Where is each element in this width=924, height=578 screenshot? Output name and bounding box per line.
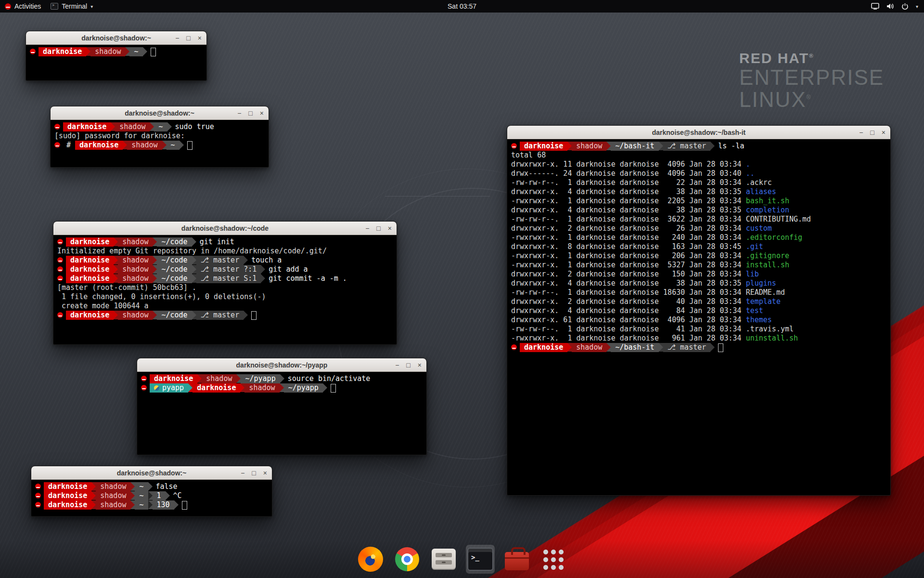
prompt-segment-code: 130 xyxy=(153,500,174,510)
power-icon xyxy=(901,3,909,10)
prompt-segment-host: shadow xyxy=(572,343,606,352)
dock xyxy=(0,540,924,578)
powerline-separator-icon xyxy=(192,256,196,264)
window-titlebar[interactable]: darknoise@shadow:~/pyapp − □ × xyxy=(137,358,426,372)
prompt-segment-host: shadow xyxy=(118,237,153,247)
close-button[interactable]: × xyxy=(198,35,202,41)
terminal-line: darknoiseshadow~/code⎇ master S:1git com… xyxy=(57,274,393,283)
clock-label[interactable]: Sat 03:57 xyxy=(448,2,476,10)
maximize-button[interactable]: □ xyxy=(252,470,256,476)
terminal-window-pyapp[interactable]: darknoise@shadow:~/pyapp − □ × darknoise… xyxy=(137,358,427,455)
output-text: drwxrwxr-x. 4 darknoise darknoise 84 Jan… xyxy=(511,306,746,315)
terminal-content[interactable]: darknoiseshadow~ xyxy=(26,45,206,81)
activities-label: Activities xyxy=(14,2,41,10)
dock-item-firefox[interactable] xyxy=(356,545,385,574)
output-text: -rwxrwxr-x. 1 darknoise darknoise 206 Ja… xyxy=(511,251,746,261)
close-button[interactable]: × xyxy=(260,110,264,117)
output-text: drwxrwxr-x. 61 darknoise darknoise 4096 … xyxy=(511,315,746,325)
terminal-window-home-1[interactable]: darknoise@shadow:~ − □ × darknoiseshadow… xyxy=(26,31,207,81)
maximize-button[interactable]: □ xyxy=(186,35,190,41)
minimize-button[interactable]: − xyxy=(395,362,399,368)
directory-name: completion xyxy=(746,206,789,215)
terminal-window-bash-it[interactable]: darknoise@shadow:~/bash-it − □ × darknoi… xyxy=(507,125,891,496)
terminal-line: [master (root-commit) 50bcb63] . xyxy=(57,283,393,292)
dock-item-files[interactable] xyxy=(429,545,458,574)
activities-button[interactable]: Activities xyxy=(5,2,41,10)
prompt-segment-host: shadow xyxy=(118,265,153,274)
terminal-window-code[interactable]: darknoise@shadow:~/code − □ × darknoises… xyxy=(53,221,397,345)
prompt-segment-user: darknoise xyxy=(66,311,114,320)
minimize-button[interactable]: − xyxy=(859,129,863,136)
dock-item-terminal[interactable] xyxy=(466,545,495,574)
powerline-separator-icon xyxy=(261,265,265,274)
powerline-separator-icon xyxy=(174,500,179,509)
terminal-line: -rwxrwxr-x. 1 darknoise darknoise 2205 J… xyxy=(511,197,886,206)
close-button[interactable]: × xyxy=(388,225,392,232)
powerline-separator-icon xyxy=(166,491,170,500)
redhat-prompt-icon xyxy=(35,502,41,508)
command-text: git init xyxy=(200,237,234,247)
powerline-separator-icon xyxy=(192,265,196,274)
terminal-line: drwxrwxr-x. 2 darknoise darknoise 40 Jan… xyxy=(511,297,886,306)
powerline-separator-icon xyxy=(123,141,127,149)
output-text: -rwxrwxr-x. 1 darknoise darknoise 240 Ja… xyxy=(511,233,746,242)
window-titlebar[interactable]: darknoise@shadow:~ − □ × xyxy=(26,31,206,45)
app-menu-button[interactable]: Terminal ▾ xyxy=(51,2,93,10)
prompt-segment-branch: ⎇ master xyxy=(663,343,711,352)
prompt-segment-path: ~ xyxy=(135,482,148,491)
minimize-button[interactable]: − xyxy=(365,225,369,232)
output-text: drwxrwxr-x. 2 darknoise darknoise 40 Jan… xyxy=(511,297,746,306)
powerline-separator-icon xyxy=(323,383,327,392)
directory-name: lib xyxy=(746,270,759,279)
prompt-segment-user: darknoise xyxy=(66,265,114,274)
powerline-separator-icon xyxy=(240,383,244,392)
minimize-button[interactable]: − xyxy=(175,35,179,41)
close-button[interactable]: × xyxy=(882,129,886,136)
powerline-separator-icon xyxy=(244,311,248,319)
minimize-button[interactable]: − xyxy=(241,470,244,476)
chevron-down-icon: ▾ xyxy=(90,4,93,9)
powerline-separator-icon xyxy=(710,343,715,352)
redhat-prompt-icon xyxy=(57,276,63,281)
terminal-content[interactable]: darknoiseshadow~falsedarknoiseshadow~1^C… xyxy=(31,480,272,517)
executable-name: install.sh xyxy=(746,261,789,270)
output-text: [master (root-commit) 50bcb63] . xyxy=(57,283,196,292)
window-titlebar[interactable]: darknoise@shadow:~ − □ × xyxy=(51,106,269,120)
powerline-separator-icon xyxy=(153,311,157,319)
files-icon xyxy=(432,549,456,570)
redhat-prompt-icon xyxy=(57,257,63,263)
window-titlebar[interactable]: darknoise@shadow:~ − □ × xyxy=(31,466,272,480)
output-text: drwxrwxr-x. 2 darknoise darknoise 150 Ja… xyxy=(511,270,746,279)
terminal-content[interactable]: darknoiseshadow~/pyappsource bin/activat… xyxy=(137,372,426,455)
maximize-button[interactable]: □ xyxy=(376,225,380,232)
system-status-area[interactable]: ▾ xyxy=(871,3,924,10)
window-titlebar[interactable]: darknoise@shadow:~/bash-it − □ × xyxy=(507,126,890,139)
terminal-content[interactable]: darknoiseshadow~/codegit initInitialized… xyxy=(53,235,397,345)
chrome-icon xyxy=(395,547,419,571)
terminal-content[interactable]: darknoiseshadow~/bash-it⎇ masterls -lato… xyxy=(507,139,890,496)
minimize-button[interactable]: − xyxy=(237,110,241,117)
dock-item-app-grid[interactable] xyxy=(539,545,568,574)
distro-logo-icon xyxy=(5,3,11,10)
dock-item-chrome[interactable] xyxy=(393,545,422,574)
prompt-segment-branch: ⎇ master xyxy=(196,256,244,265)
dock-item-toolbox[interactable] xyxy=(502,545,531,574)
terminal-line: -rw-rw-r--. 1 darknoise darknoise 22 Jan… xyxy=(511,178,886,187)
output-text: -rw-rw-r--. 1 darknoise darknoise 41 Jan… xyxy=(511,325,746,334)
maximize-button[interactable]: □ xyxy=(406,362,410,368)
close-button[interactable]: × xyxy=(263,470,267,476)
terminal-window-home-2[interactable]: darknoise@shadow:~ − □ × darknoiseshadow… xyxy=(31,466,272,517)
powerline-separator-icon xyxy=(167,122,172,131)
maximize-button[interactable]: □ xyxy=(248,110,252,117)
maximize-button[interactable]: □ xyxy=(870,129,874,136)
terminal-content[interactable]: darknoiseshadow~sudo true[sudo] password… xyxy=(51,120,269,168)
prompt-segment-host: shadow xyxy=(572,142,606,151)
prompt-segment-user: darknoise xyxy=(520,142,567,151)
window-titlebar[interactable]: darknoise@shadow:~/code − □ × xyxy=(53,222,397,235)
powerline-separator-icon xyxy=(91,482,96,491)
close-button[interactable]: × xyxy=(418,362,422,368)
terminal-window-sudo[interactable]: darknoise@shadow:~ − □ × darknoiseshadow… xyxy=(50,106,269,168)
command-text: source bin/activate xyxy=(288,374,371,383)
output-text: drwxrwxr-x. 11 darknoise darknoise 4096 … xyxy=(511,160,746,169)
executable-name: .editorconfig xyxy=(746,233,802,242)
